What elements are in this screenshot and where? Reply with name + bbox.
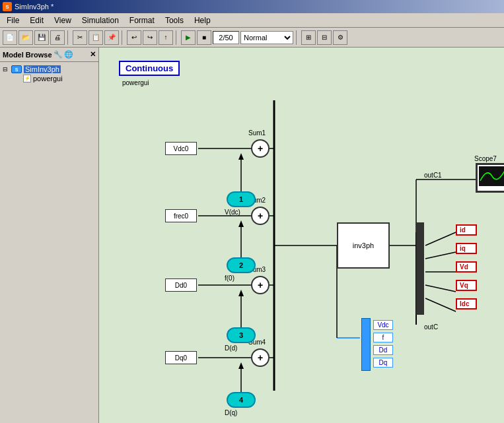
main-area: Model Browse 🔧 🌐 ✕ ⊟ S SimInv3ph ⚡ power… <box>0 48 504 423</box>
paste-button[interactable]: 📌 <box>104 30 119 45</box>
svg-marker-7 <box>238 220 244 227</box>
vd-output[interactable]: Vd <box>456 261 477 273</box>
badge2-block[interactable]: 2 <box>227 257 256 273</box>
menu-format[interactable]: Format <box>124 15 160 26</box>
badge1-label: V(dc) <box>225 209 240 216</box>
sim-time-input[interactable] <box>213 31 239 44</box>
menu-edit[interactable]: Edit <box>24 15 49 26</box>
vdc0-block[interactable]: Vdc0 <box>165 142 197 155</box>
copy-button[interactable]: 📋 <box>89 30 103 45</box>
powergui-label: powergui <box>122 79 149 86</box>
redo-button[interactable]: ↪ <box>143 30 157 45</box>
menu-tools[interactable]: Tools <box>160 15 189 26</box>
svg-line-26 <box>425 298 456 311</box>
sep4 <box>296 30 299 45</box>
sum3-block[interactable]: + <box>251 276 270 294</box>
sep1 <box>67 30 70 45</box>
id-output[interactable]: id <box>456 224 477 236</box>
idc-output[interactable]: Idc <box>456 298 477 309</box>
tree-powergui[interactable]: ⚡ powergui <box>15 74 96 83</box>
menu-file[interactable]: File <box>1 15 24 26</box>
titlebar-title: SimInv3ph * <box>15 3 54 11</box>
simulink-canvas[interactable]: Continuous powergui + Sum1 + Sum2 + Sum3… <box>99 48 504 423</box>
tree-root[interactable]: ⊟ S SimInv3ph <box>3 65 96 74</box>
save-button[interactable]: 💾 <box>34 30 49 45</box>
sum1-label: Sum1 <box>248 129 266 137</box>
inv3ph-block[interactable]: inv3ph <box>337 222 390 269</box>
badge2-num: 2 <box>239 262 243 269</box>
continuous-badge: Continuous <box>119 61 180 76</box>
sum2-block[interactable]: + <box>251 207 270 225</box>
sum1-symbol: + <box>258 143 263 154</box>
badge3-num: 3 <box>239 332 243 339</box>
tree-powergui-label[interactable]: powergui <box>33 75 63 82</box>
undo-button[interactable]: ↩ <box>127 30 141 45</box>
sidebar-title: Model Browse <box>3 51 52 59</box>
toolbar: 📄 📂 💾 🖨 ✂ 📋 📌 ↩ ↪ ↑ ▶ ■ Normal Accelerat… <box>0 28 504 48</box>
svg-marker-15 <box>238 362 244 369</box>
badge4-num: 4 <box>239 397 243 404</box>
up-button[interactable]: ↑ <box>159 30 173 45</box>
cut-button[interactable]: ✂ <box>73 30 87 45</box>
extra3-button[interactable]: ⚙ <box>333 30 347 45</box>
svg-line-22 <box>425 232 456 245</box>
titlebar: S SimInv3ph * <box>0 0 504 13</box>
outc-label: outC <box>424 323 438 331</box>
open-button[interactable]: 📂 <box>18 30 33 45</box>
wire-overlay <box>99 48 504 423</box>
tree-expand-icon: ⊟ <box>3 66 9 73</box>
badge1-num: 1 <box>239 196 243 203</box>
scope-block[interactable] <box>476 163 504 193</box>
vq-output[interactable]: Vq <box>456 280 477 291</box>
badge3-block[interactable]: 3 <box>227 327 256 343</box>
badge3-label: D(d) <box>225 344 237 352</box>
svg-marker-11 <box>238 290 244 296</box>
stop-button[interactable]: ■ <box>197 30 211 45</box>
sidebar: Model Browse 🔧 🌐 ✕ ⊟ S SimInv3ph ⚡ power… <box>0 48 99 423</box>
outc1-label: outC1 <box>424 172 442 179</box>
iq-output[interactable]: iq <box>456 243 477 254</box>
new-button[interactable]: 📄 <box>3 30 17 45</box>
menubar: File Edit View Simulation Format Tools H… <box>0 13 504 28</box>
print-button[interactable]: 🖨 <box>50 30 65 45</box>
svg-marker-3 <box>238 153 244 160</box>
sidebar-header: Model Browse 🔧 🌐 ✕ <box>0 48 98 62</box>
menu-simulation[interactable]: Simulation <box>77 15 124 26</box>
frec0-block[interactable]: frec0 <box>165 209 197 222</box>
sum1-block[interactable]: + <box>251 139 270 158</box>
extra2-button[interactable]: ⊟ <box>317 30 332 45</box>
demux-block[interactable] <box>416 222 424 315</box>
tree-model-label[interactable]: SimInv3ph <box>24 65 61 73</box>
mux-dd-label: Dd <box>373 345 393 355</box>
menu-view[interactable]: View <box>49 15 77 26</box>
scope-label: Scope7 <box>474 155 497 162</box>
sum4-block[interactable]: + <box>251 348 270 367</box>
svg-line-25 <box>425 285 456 292</box>
sum2-symbol: + <box>258 211 263 221</box>
app-icon: S <box>3 2 12 11</box>
extra1-button[interactable]: ⊞ <box>301 30 316 45</box>
mux-vdc-label: Vdc <box>373 320 393 330</box>
sep3 <box>176 30 178 45</box>
dq0-block[interactable]: Dq0 <box>165 351 197 364</box>
mux-dq-label: Dq <box>373 358 393 368</box>
sim-mode-select[interactable]: Normal Accelerator Rapid Accelerator <box>240 31 293 44</box>
run-button[interactable]: ▶ <box>181 30 196 45</box>
sum3-symbol: + <box>258 280 263 290</box>
svg-line-23 <box>425 252 456 259</box>
sidebar-tree: ⊟ S SimInv3ph ⚡ powergui <box>0 62 98 86</box>
mux-f-label: f <box>373 333 393 342</box>
badge4-label: D(q) <box>225 409 237 416</box>
menu-help[interactable]: Help <box>189 15 216 26</box>
sum4-symbol: + <box>258 352 263 363</box>
badge4-block[interactable]: 4 <box>227 392 256 408</box>
badge1-block[interactable]: 1 <box>227 191 256 207</box>
dd0-block[interactable]: Dd0 <box>165 278 197 292</box>
sidebar-close-button[interactable]: ✕ <box>90 50 96 59</box>
model-icon: S <box>11 65 22 73</box>
badge2-label: f(0) <box>225 275 234 282</box>
powergui-icon: ⚡ <box>23 75 31 82</box>
sep2 <box>122 30 124 45</box>
mux-block[interactable] <box>361 318 371 371</box>
